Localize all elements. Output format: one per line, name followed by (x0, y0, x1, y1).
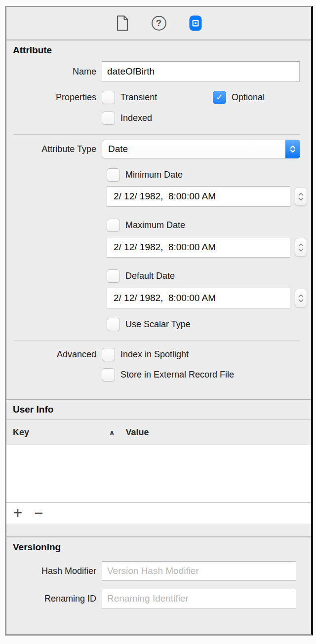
maximum-date-row: Maximum Date (107, 218, 311, 232)
attribute-type-value: Date (102, 144, 128, 154)
user-info-title-row: User Info (6, 400, 311, 419)
store-external-checkbox[interactable] (102, 368, 115, 381)
default-date-checkbox[interactable] (107, 269, 120, 283)
store-external-label: Store in External Record File (120, 370, 234, 380)
minimum-date-field-row: 2/ 12/ 1982, 8:00:00 AM (107, 186, 311, 207)
divider (6, 536, 311, 537)
minimum-date-row: Minimum Date (107, 167, 311, 182)
tab-quick-help[interactable]: ? (151, 14, 167, 33)
section-gap (6, 524, 311, 536)
renaming-id-input[interactable] (102, 589, 296, 608)
add-row-button[interactable]: + (13, 506, 22, 521)
transient-group: Transient (102, 91, 213, 104)
remove-row-button[interactable]: − (34, 506, 43, 521)
inspector-tab-bar: ? (6, 7, 311, 39)
data-model-inspector-panel: ? Attribute Name (5, 6, 313, 636)
name-label: Name (6, 67, 96, 77)
tab-file-inspector[interactable] (114, 14, 131, 33)
attribute-type-label: Attribute Type (6, 144, 96, 154)
advanced-row: Advanced Index in Spotlight (6, 347, 311, 362)
properties-label: Properties (6, 92, 96, 103)
default-date-row: Default Date (107, 268, 311, 283)
indexed-checkbox[interactable] (102, 112, 115, 125)
use-scalar-row: Use Scalar Type (107, 317, 311, 332)
maximum-date-stepper[interactable] (295, 238, 307, 257)
store-external-row: Store in External Record File (102, 367, 311, 382)
minimum-date-field[interactable]: 2/ 12/ 1982, 8:00:00 AM (107, 186, 290, 207)
name-input[interactable] (102, 61, 300, 82)
optional-label: Optional (232, 92, 265, 103)
properties-row: Properties Transient Optional (6, 90, 311, 105)
use-scalar-label: Use Scalar Type (125, 319, 191, 330)
hash-modifier-input[interactable] (102, 561, 296, 581)
indexed-row: Indexed (102, 111, 311, 125)
advanced-label: Advanced (6, 349, 96, 360)
hash-modifier-label: Hash Modifier (6, 566, 96, 576)
screenshot-canvas: ? Attribute Name (0, 0, 316, 644)
file-inspector-icon (116, 15, 129, 31)
indexed-label: Indexed (120, 113, 152, 123)
attribute-section: Attribute Name Properties Transient Opti… (6, 44, 311, 399)
user-info-title: User Info (6, 404, 53, 416)
minimum-date-checkbox[interactable] (107, 168, 120, 182)
index-in-spotlight-checkbox[interactable] (102, 348, 115, 361)
quick-help-icon: ? (152, 16, 166, 31)
user-info-section: User Info Key ∧ Value + − (6, 400, 311, 536)
divider (14, 134, 300, 135)
value-column-header[interactable]: Value (125, 427, 149, 438)
minimum-date-label: Minimum Date (125, 170, 183, 180)
hash-modifier-row: Hash Modifier (6, 561, 311, 581)
default-date-field-row: 2/ 12/ 1982, 8:00:00 AM (107, 288, 311, 308)
maximum-date-field-row: 2/ 12/ 1982, 8:00:00 AM (107, 237, 311, 258)
key-column-header[interactable]: Key (13, 427, 109, 438)
user-info-table-body (6, 445, 311, 502)
transient-label: Transient (120, 92, 157, 103)
minimum-date-stepper[interactable] (295, 187, 307, 206)
renaming-id-label: Renaming ID (6, 594, 96, 604)
user-info-toolbar: + − (6, 502, 311, 524)
index-in-spotlight-label: Index in Spotlight (120, 349, 189, 360)
default-date-label: Default Date (125, 271, 175, 281)
name-row: Name (6, 61, 311, 82)
attribute-type-row: Attribute Type Date (6, 140, 311, 158)
use-scalar-checkbox[interactable] (107, 318, 120, 331)
sort-ascending-icon: ∧ (109, 428, 115, 436)
divider (6, 39, 311, 40)
default-date-field[interactable]: 2/ 12/ 1982, 8:00:00 AM (107, 288, 290, 308)
optional-group: Optional (213, 91, 265, 104)
optional-checkbox[interactable] (213, 91, 226, 104)
maximum-date-label: Maximum Date (125, 220, 185, 230)
maximum-date-field[interactable]: 2/ 12/ 1982, 8:00:00 AM (107, 237, 290, 258)
divider (14, 340, 300, 341)
popup-chevrons-icon (285, 140, 300, 158)
transient-checkbox[interactable] (102, 91, 115, 104)
attribute-section-title: Attribute (6, 44, 311, 56)
versioning-section: Versioning Hash Modifier Renaming ID (6, 541, 311, 627)
renaming-id-row: Renaming ID (6, 589, 311, 608)
maximum-date-checkbox[interactable] (107, 219, 120, 232)
attribute-type-popup[interactable]: Date (102, 140, 300, 158)
default-date-stepper[interactable] (295, 289, 307, 307)
data-model-inspector-icon (189, 15, 202, 32)
versioning-title: Versioning (6, 541, 311, 553)
tab-data-model-inspector[interactable] (187, 14, 204, 33)
user-info-table-header: Key ∧ Value (6, 419, 311, 445)
